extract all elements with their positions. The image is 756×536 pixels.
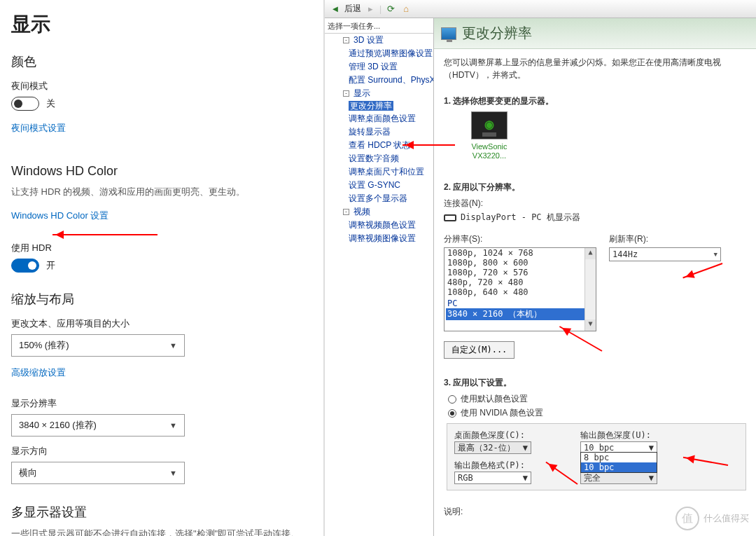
- output-dynamic-range-combo[interactable]: 完全▼: [580, 472, 657, 484]
- nv-page-title: 更改分辨率: [462, 24, 532, 43]
- forward-icon[interactable]: ▸: [364, 3, 377, 15]
- resolution-value: 3840 × 2160 (推荐): [19, 419, 97, 432]
- tree-gsync[interactable]: 设置 G-SYNC: [328, 179, 433, 192]
- dropdown-option[interactable]: 8 bpc: [581, 453, 657, 462]
- scale-label: 更改文本、应用等项目的大小: [11, 317, 309, 330]
- collapse-icon[interactable]: -: [343, 209, 349, 215]
- watermark: 值 什么值得买: [676, 507, 749, 530]
- resolution-dropdown[interactable]: 3840 × 2160 (推荐) ▼: [11, 414, 185, 437]
- radio-default-color[interactable]: 使用默认颜色设置: [448, 393, 746, 405]
- tree-cat-3d[interactable]: 3D 设置: [354, 34, 384, 47]
- custom-resolution-button[interactable]: 自定义(M)...: [444, 341, 514, 359]
- hdcolor-desc: 让支持 HDR 的视频、游戏和应用的画面更明亮、更生动。: [11, 186, 309, 198]
- collapse-icon[interactable]: -: [343, 37, 349, 43]
- resolution-label: 显示分辨率: [11, 397, 309, 410]
- nvidia-logo-icon: ◉: [472, 112, 507, 131]
- chevron-down-icon: ▼: [169, 469, 177, 477]
- radio-icon: [448, 395, 456, 404]
- nv-page-header: 更改分辨率: [434, 18, 756, 49]
- refresh-icon[interactable]: ⟳: [384, 3, 397, 15]
- tree-title: 选择一项任务...: [325, 20, 433, 34]
- tree-video-color[interactable]: 调整视频颜色设置: [328, 219, 433, 232]
- displayport-icon: [444, 214, 456, 221]
- chevron-down-icon: ▼: [649, 443, 654, 453]
- scroll-up-icon[interactable]: ▲: [585, 248, 596, 259]
- monitor-name: ViewSonic VX3220...: [458, 142, 521, 160]
- hdcolor-section-header: Windows HD Color: [11, 164, 309, 179]
- color-section-header: 颜色: [11, 53, 309, 70]
- scrollbar[interactable]: ▲ ▼: [584, 248, 596, 331]
- step1-label: 1. 选择你想要变更的显示器。: [444, 95, 746, 107]
- scroll-down-icon[interactable]: ▼: [585, 319, 596, 331]
- orientation-label: 显示方向: [11, 445, 309, 458]
- tree-3d-preview[interactable]: 通过预览调整图像设置: [328, 47, 433, 60]
- refresh-rate-label: 刷新率(R):: [609, 233, 746, 245]
- tree-desktop-color[interactable]: 调整桌面颜色设置: [328, 112, 433, 125]
- tree-desktop-size[interactable]: 调整桌面尺寸和位置: [328, 165, 433, 179]
- watermark-icon: 值: [676, 507, 699, 530]
- night-mode-label: 夜间模式: [11, 80, 309, 92]
- tree-video-image[interactable]: 调整视频图像设置: [328, 232, 433, 245]
- multi-display-desc: 一些旧式显示器可能不会进行自动连接，选择"检测"即可尝试手动连接。: [11, 528, 309, 536]
- advanced-scale-link[interactable]: 高级缩放设置: [11, 366, 66, 379]
- refresh-rate-value: 144Hz: [612, 249, 638, 259]
- tree-3d-surround[interactable]: 配置 Surround、PhysX: [328, 74, 433, 87]
- hdcolor-settings-link[interactable]: Windows HD Color 设置: [11, 209, 108, 222]
- use-hdr-label: 使用 HDR: [11, 242, 309, 254]
- tree-hdcp[interactable]: 查看 HDCP 状态: [328, 139, 433, 152]
- output-color-depth-label: 输出颜色深度(U):: [580, 430, 720, 441]
- list-item[interactable]: 1080p, 640 × 480: [444, 287, 596, 297]
- tree-change-resolution[interactable]: 更改分辨率: [349, 101, 393, 111]
- collapse-icon[interactable]: -: [343, 90, 349, 97]
- list-item[interactable]: 480p, 720 × 480: [444, 277, 596, 287]
- connector-value: DisplayPort - PC 机显示器: [461, 212, 580, 224]
- tree-cat-display[interactable]: 显示: [354, 87, 370, 100]
- scale-section-header: 缩放与布局: [11, 291, 309, 308]
- page-title: 显示: [11, 11, 309, 38]
- nv-page-desc: 您可以调整屏幕上显示的信息量并减少闪烁。如果您正在使用高清晰度电视（HDTV），…: [444, 56, 746, 81]
- tree-audio[interactable]: 设置数字音频: [328, 152, 433, 165]
- monitor-thumbnail[interactable]: ◉ ViewSonic VX3220...: [458, 111, 521, 160]
- chevron-down-icon: ▼: [169, 341, 177, 350]
- desktop-color-depth-combo[interactable]: 最高（32-位）▼: [454, 441, 531, 454]
- resolution-listbox[interactable]: 1080p, 1024 × 768 1080p, 800 × 600 1080p…: [444, 247, 596, 331]
- chevron-down-icon: ▼: [169, 421, 177, 430]
- nv-task-tree[interactable]: 选择一项任务... -3D 设置 通过预览调整图像设置 管理 3D 设置 配置 …: [325, 18, 434, 536]
- list-item[interactable]: 1080p, 1024 × 768: [444, 248, 596, 258]
- scale-dropdown[interactable]: 150% (推荐) ▼: [11, 334, 185, 357]
- back-button[interactable]: 后退: [344, 3, 361, 15]
- color-settings-panel: 桌面颜色深度(C): 最高（32-位）▼ 输出颜色深度(U): 10 bpc▼: [447, 423, 746, 490]
- orientation-dropdown[interactable]: 横向 ▼: [11, 462, 185, 484]
- radio-nvidia-color[interactable]: 使用 NVIDIA 颜色设置: [448, 407, 746, 419]
- display-icon: [441, 27, 456, 40]
- dropdown-option-selected[interactable]: 10 bpc: [581, 462, 657, 472]
- tree-3d-manage[interactable]: 管理 3D 设置: [328, 60, 433, 74]
- step3-label: 3. 应用以下设置。: [444, 377, 746, 389]
- night-mode-settings-link[interactable]: 夜间模式设置: [11, 122, 66, 135]
- list-item-selected[interactable]: 3840 × 2160 （本机）: [446, 308, 594, 320]
- output-color-format-label: 输出颜色格式(P):: [454, 460, 573, 472]
- list-item[interactable]: 1080p, 720 × 576: [444, 268, 596, 277]
- chevron-down-icon: ▼: [523, 473, 528, 483]
- connector-label: 连接器(N):: [444, 198, 746, 209]
- multi-display-section-header: 多显示器设置: [11, 504, 309, 521]
- back-icon[interactable]: ◄: [329, 3, 342, 15]
- tree-rotate[interactable]: 旋转显示器: [328, 125, 433, 139]
- list-item[interactable]: 1080p, 800 × 600: [444, 258, 596, 268]
- use-hdr-toggle[interactable]: [11, 259, 39, 273]
- desktop-color-depth-label: 桌面颜色深度(C):: [454, 430, 573, 441]
- home-icon[interactable]: ⌂: [400, 3, 412, 15]
- tree-multi-display[interactable]: 设置多个显示器: [328, 192, 433, 205]
- resolution-list-label: 分辨率(S):: [444, 233, 596, 245]
- night-mode-toggle[interactable]: [11, 97, 39, 111]
- chevron-down-icon: ▼: [523, 443, 528, 453]
- use-hdr-state: 开: [46, 259, 55, 272]
- refresh-rate-combo[interactable]: 144Hz ▼: [609, 247, 721, 261]
- night-mode-state: 关: [46, 97, 55, 110]
- chevron-down-icon: ▼: [649, 473, 654, 483]
- output-color-depth-dropdown[interactable]: 8 bpc 10 bpc: [580, 452, 657, 473]
- output-color-format-combo[interactable]: RGB▼: [454, 472, 531, 484]
- tree-cat-video[interactable]: 视频: [354, 205, 370, 219]
- orientation-value: 横向: [19, 467, 37, 479]
- list-group: PC: [444, 298, 596, 308]
